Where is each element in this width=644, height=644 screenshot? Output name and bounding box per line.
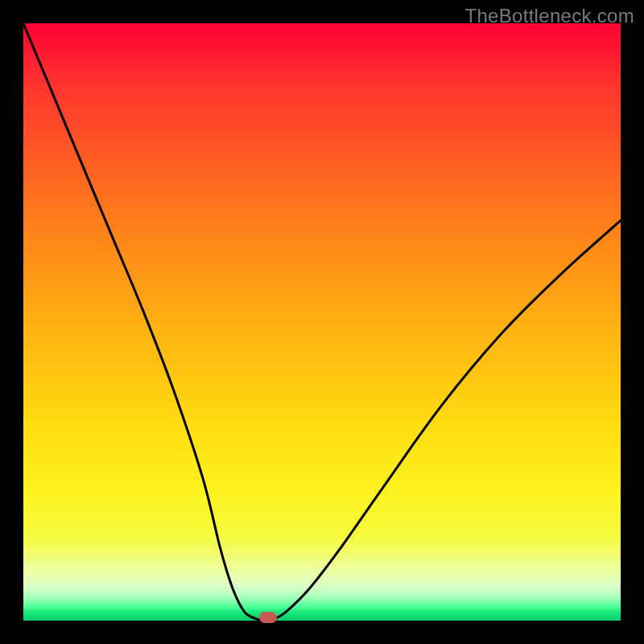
plot-area	[23, 23, 621, 621]
optimal-marker	[259, 612, 277, 623]
curve-svg	[23, 23, 621, 621]
chart-frame: TheBottleneck.com	[0, 0, 644, 644]
bottleneck-curve	[23, 23, 621, 620]
